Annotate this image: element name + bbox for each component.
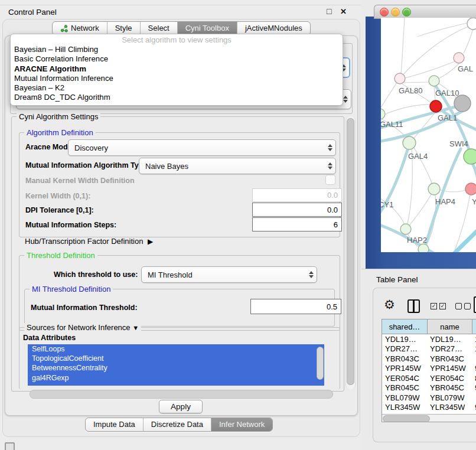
network-canvas[interactable]: GAL80 GAL10 GAL1 GAL11 GAL4 SWI4 GCY1 HA… [381, 18, 476, 252]
which-threshold-combobox[interactable]: MI Threshold [141, 266, 317, 283]
mi-type-combobox[interactable]: Naive Bayes [139, 158, 336, 174]
table-cell[interactable]: YLR345W [430, 403, 471, 412]
table-cell[interactable]: YER054C [385, 374, 426, 383]
node-gray[interactable] [454, 95, 471, 112]
dpi-tolerance-label: DPI Tolerance [0,1]: [25, 206, 94, 214]
dpi-tolerance-field[interactable]: 0.0 [252, 203, 342, 217]
network-window-titlebar[interactable] [374, 5, 476, 19]
table-cell[interactable]: YPR145W [430, 364, 471, 373]
algorithm-dropdown: Select algorithm to view settings Bayesi… [10, 34, 343, 106]
gear-icon[interactable]: ⚙ [384, 298, 395, 311]
node-hap2[interactable] [400, 224, 411, 234]
tab-cyni-toolbox[interactable]: Cyni Toolbox [177, 22, 237, 35]
table-cell[interactable]: YBL079W [430, 393, 471, 403]
hub-definition-toggle[interactable]: Hub/Transcription Factor Definition ▶ [25, 237, 153, 246]
attribute-item[interactable]: BetweennessCentrality [28, 363, 324, 373]
node-label: GAL1 [438, 113, 457, 122]
mi-steps-field[interactable]: 6 [252, 217, 342, 231]
column-header-shared[interactable]: shared… [382, 319, 428, 334]
tab-impute-data[interactable]: Impute Data [86, 418, 143, 431]
tab-network[interactable]: Network [53, 22, 107, 35]
manual-kernel-checkbox[interactable] [325, 175, 335, 185]
sources-toggle[interactable]: Sources for Network Inference ▼ [24, 323, 141, 332]
window-zoom-icon[interactable] [402, 8, 411, 17]
table-cell[interactable]: YER054C [430, 374, 471, 383]
float-panel-icon[interactable]: □ [327, 6, 331, 16]
node-gal80[interactable] [395, 73, 405, 84]
network-nodes[interactable] [381, 18, 476, 252]
node-table[interactable]: shared… name A YDL19… YDL19… 13 YDR27… Y… [382, 319, 476, 422]
column-header-partial[interactable]: A [472, 319, 476, 334]
node-label: SWI4 [449, 139, 468, 148]
node-gal11[interactable] [381, 109, 385, 119]
dpi-tolerance-value: 0.0 [327, 206, 338, 214]
close-panel-icon[interactable]: ✕ [340, 7, 347, 16]
table-cell[interactable]: YLR345W [385, 403, 426, 412]
unchecked-box-icon[interactable] [464, 303, 471, 309]
node-hap4[interactable] [428, 183, 440, 195]
table-hscrollbar[interactable] [382, 414, 476, 422]
window-minimize-icon[interactable] [391, 8, 400, 17]
attribute-item[interactable]: gal4RGexp [28, 373, 324, 383]
node-gal1-selected[interactable] [430, 100, 442, 112]
dock-panel-icon[interactable] [5, 442, 15, 450]
node-gal4[interactable] [403, 136, 416, 149]
dropdown-item[interactable]: Dream8 DC_TDC Algorithm [11, 93, 343, 102]
node-label: Y [472, 197, 476, 206]
checked-box-icon[interactable]: ✓ [439, 303, 446, 309]
collapse-right-icon: ▶ [148, 237, 153, 246]
node-gal10[interactable] [429, 76, 439, 86]
dropdown-item[interactable]: Bayesian – Hill Climbing [11, 45, 343, 54]
table-cell[interactable]: YBR043C [385, 354, 426, 364]
tab-infer-network-label: Infer Network [219, 418, 265, 431]
collapse-down-icon: ▼ [132, 324, 139, 331]
cyni-settings-card: galFiltered.sif default node Select algo… [5, 35, 358, 416]
dropdown-item[interactable]: Mutual Information Inference [11, 74, 343, 83]
unchecked-box-icon[interactable] [455, 303, 462, 309]
node-swi4[interactable] [464, 149, 476, 164]
tab-style[interactable]: Style [107, 22, 140, 35]
node-gal-partial[interactable] [454, 53, 464, 63]
dropdown-item[interactable]: Bayesian – K2 [11, 83, 343, 93]
settings-scrollbar-thumb[interactable] [347, 118, 354, 385]
table-cell[interactable]: YDR27… [430, 344, 471, 354]
tab-jactivemnodules[interactable]: jActiveMNodules [237, 22, 310, 35]
sources-hscrollbar[interactable] [30, 390, 333, 399]
table-cell[interactable]: YDL19… [430, 335, 471, 344]
table-cell[interactable]: YBL079W [385, 393, 426, 403]
table-hscrollbar-thumb[interactable] [383, 415, 430, 422]
mi-threshold-field[interactable]: 0.5 [250, 299, 341, 314]
dropdown-item-selected[interactable]: ARACNE Algorithm [11, 64, 343, 74]
node-bottom[interactable] [418, 244, 429, 252]
table-cell[interactable]: YBR045C [385, 383, 426, 393]
node-unlabeled[interactable] [467, 18, 476, 30]
node-pink[interactable] [465, 183, 476, 195]
column-header-name[interactable]: name [428, 319, 472, 334]
combo-spinner-icon [327, 158, 332, 174]
tab-select[interactable]: Select [140, 22, 177, 35]
settings-scrollbar-track[interactable] [345, 116, 356, 389]
split-columns-icon[interactable] [407, 299, 420, 313]
window-close-icon[interactable] [380, 8, 389, 17]
attribute-item[interactable]: SelfLoops [28, 344, 324, 354]
threshold-definition-group: Threshold Definition Which threshold to … [19, 255, 340, 331]
kernel-width-field[interactable]: 0.0 [252, 188, 342, 202]
new-file-icon[interactable] [474, 296, 476, 313]
table-cell[interactable]: YBR045C [430, 383, 471, 393]
table-cell[interactable]: YDL19… [385, 335, 426, 344]
table-cell[interactable]: YBR043C [430, 354, 471, 364]
attributes-scrollbar[interactable] [317, 347, 324, 380]
aracne-mode-combobox[interactable]: Discovery [68, 139, 336, 156]
apply-button[interactable]: Apply [159, 400, 203, 413]
tab-discretize-data-label: Discretize Data [151, 418, 203, 431]
tab-impute-data-label: Impute Data [93, 418, 135, 431]
attribute-item[interactable]: TopologicalCoefficient [28, 354, 324, 363]
tab-discretize-data[interactable]: Discretize Data [143, 418, 211, 431]
table-cell[interactable]: YPR145W [385, 364, 426, 373]
checked-box-icon[interactable]: ✓ [431, 303, 437, 309]
tab-infer-network[interactable]: Infer Network [211, 418, 272, 431]
dropdown-item[interactable]: Basic Correlation Inference [11, 54, 343, 64]
data-attributes-list[interactable]: SelfLoops TopologicalCoefficient Between… [28, 344, 324, 386]
table-cell[interactable]: YDR27… [385, 344, 426, 354]
network-graph: GAL80 GAL10 GAL1 GAL11 GAL4 SWI4 GCY1 HA… [381, 18, 476, 252]
